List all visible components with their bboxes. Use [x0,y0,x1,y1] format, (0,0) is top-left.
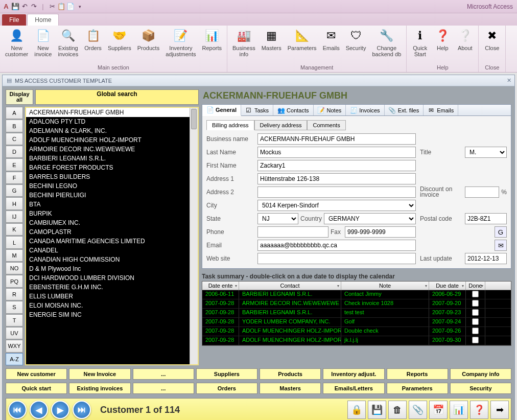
alpha-btn-e[interactable]: E [6,158,23,171]
display-all-button[interactable]: Display all [6,89,33,105]
nav-next-button[interactable]: ▶ [51,401,69,419]
action-btn-security[interactable]: Security [450,383,511,394]
tab-emails[interactable]: ✉Emails [424,105,458,115]
postal-input[interactable] [465,213,507,224]
table-row[interactable]: 2007-09-28ADOLF MUENCHINGER HOLZ-IMPORTD… [202,327,511,336]
city-select[interactable]: 5014 Kerpen-Sindorf [257,200,416,211]
qat-dropdown-icon[interactable]: ▾ [76,3,84,11]
ribbon-help-button[interactable]: ❓Help [431,27,454,63]
subtab-delivery-address[interactable]: Delivery address [254,120,308,130]
address1-input[interactable] [257,173,416,184]
email-launch-button[interactable]: ✉ [495,240,507,251]
ribbon-masters-button[interactable]: ▦Masters [258,27,285,63]
done-checkbox[interactable] [472,328,479,334]
list-item[interactable]: CAMOPLASTR [26,227,190,237]
ribbon-business-info-button[interactable]: 🏭Business info [229,27,258,63]
ribbon-parameters-button[interactable]: 📐Parameters [285,27,320,63]
list-item[interactable]: D & M Plywood Inc [26,264,190,273]
alpha-btn-h[interactable]: H [6,197,23,209]
first-name-input[interactable] [257,160,416,171]
action-btn-reports[interactable]: Reports [387,368,448,380]
alpha-btn-f[interactable]: F [6,172,23,184]
alpha-btn-t[interactable]: T [6,314,23,326]
website-input[interactable] [257,253,416,264]
task-col-header[interactable]: Done [466,282,485,290]
ribbon-reports-button[interactable]: 📊Reports [199,27,225,63]
list-item[interactable]: ADELMANN & CLARK, INC. [26,126,190,135]
ribbon-inventory-button[interactable]: 📝Inventory adjustments [162,27,199,63]
alpha-btn-uv[interactable]: UV [6,327,23,339]
action-btn-masters[interactable]: Masters [260,383,321,394]
home-tab[interactable]: Home [27,14,59,26]
alpha-btn-a-z[interactable]: A-Z [6,353,23,365]
nav-last-button[interactable]: ⏭ [73,401,91,419]
address2-input[interactable] [257,186,416,198]
tab-contacts[interactable]: 👥Contacts [273,105,313,115]
tab-tasks[interactable]: ☑Tasks [241,105,273,115]
fax-input[interactable] [345,226,416,238]
ribbon-existing-invoices-button[interactable]: 🔍Existing invoices [55,27,82,63]
alpha-btn-r[interactable]: R [6,288,23,300]
done-checkbox[interactable] [472,300,479,307]
alpha-btn-m[interactable]: M [6,249,23,262]
customer-list-scrollbar[interactable] [190,108,198,364]
action-btn-inventory-adjust-[interactable]: Inventory adjust. [323,368,384,380]
alpha-btn-g[interactable]: G [6,184,23,197]
help-nav-icon[interactable]: ❓ [470,401,488,419]
alpha-btn-b[interactable]: B [6,120,23,132]
table-row[interactable]: 2007-09-28YODER LUMBER COMPANY, INC.Golf… [202,318,511,327]
ribbon-suppliers-button[interactable]: 🤝Suppliers [105,27,134,63]
task-col-header[interactable]: Contact [239,282,341,290]
ribbon-security-button[interactable]: 🛡Security [343,27,369,63]
country-select[interactable]: GERMANY [324,213,416,224]
task-grid[interactable]: Date enteContactNoteDue dateDone 2006-06… [202,281,511,346]
list-item[interactable]: ELLIS LUMBER [26,292,190,301]
done-checkbox[interactable] [472,309,479,316]
alpha-btn-d[interactable]: D [6,146,23,158]
list-item[interactable]: CAMBIUMEX INC. [26,218,190,227]
lock-icon[interactable]: 🔒 [347,401,366,419]
list-item[interactable]: ADOLF MUENCHINGER HOLZ-IMPORT [26,135,190,145]
exit-icon[interactable]: ➡ [490,401,509,419]
ribbon-change-db-button[interactable]: 🔧Change backend db [369,27,404,63]
list-item[interactable]: ACKERMANN-FRUEHAUF GMBH [26,108,190,117]
cut-qat-icon[interactable]: ✂ [48,3,56,11]
attach-icon[interactable]: 📎 [409,401,427,419]
alpha-btn-ij[interactable]: IJ [6,211,23,223]
list-item[interactable]: DCI HARDWOOD LUMBER DIVISION [26,273,190,283]
task-col-header[interactable]: Note [341,282,429,290]
list-item[interactable]: CANADIAN HIGH COMMISSION [26,255,190,264]
list-item[interactable]: ADALONG PTY LTD [26,117,190,126]
list-item[interactable]: EBENISTERIE G.H.M INC. [26,283,190,292]
nav-first-button[interactable]: ⏮ [8,401,27,419]
discount-input[interactable] [465,186,499,198]
undo-qat-icon[interactable]: ↶ [20,3,29,11]
list-item[interactable]: BURPIK [26,209,190,218]
ribbon-emails-button[interactable]: ✉Emails [320,27,343,63]
action-btn-parameters[interactable]: Parameters [387,383,448,394]
done-checkbox[interactable] [472,318,479,325]
customer-list[interactable]: ACKERMANN-FRUEHAUF GMBHADALONG PTY LTDAD… [25,107,199,365]
email-input[interactable] [257,240,416,251]
action-btn-existing-invoices[interactable]: Existing invoices [69,383,130,394]
tab-invoices[interactable]: 🧾Invoices [346,105,384,115]
list-item[interactable]: BECHINI PIERLUIGI [26,191,190,200]
list-item[interactable]: BTA [26,200,190,209]
action-btn--[interactable]: ... [133,383,194,394]
alpha-btn-k[interactable]: K [6,223,23,236]
subtab-comments[interactable]: Comments [307,120,345,130]
last-name-input[interactable] [257,147,416,158]
action-btn-emails-letters[interactable]: Emails/Letters [323,383,384,394]
list-item[interactable]: BARGE FOREST PRODUCTS [26,163,190,172]
alpha-btn-wxy[interactable]: WXY [6,340,23,352]
alpha-btn-no[interactable]: NO [6,262,23,274]
alpha-btn-s[interactable]: S [6,301,23,313]
action-btn-quick-start[interactable]: Quick start [6,383,67,394]
list-item[interactable]: ENERGIE SIM INC [26,310,190,319]
paste-qat-icon[interactable]: 📄 [66,3,75,11]
ribbon-orders-button[interactable]: 📋Orders [81,27,105,63]
done-checkbox[interactable] [472,291,479,297]
action-btn-products[interactable]: Products [260,368,321,380]
save-icon[interactable]: 💾 [368,401,386,419]
action-btn-new-customer[interactable]: New customer [6,368,67,380]
